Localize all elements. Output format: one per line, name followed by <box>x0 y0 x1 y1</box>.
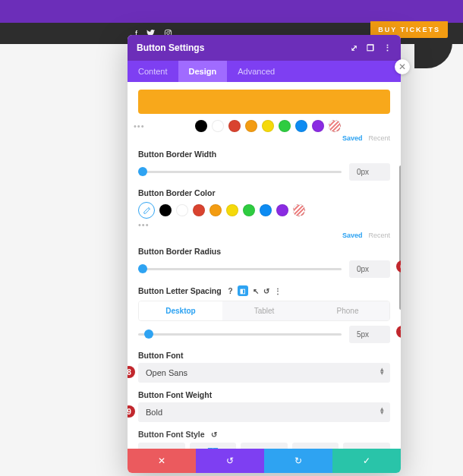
chevron-updown-icon: ▴▾ <box>380 367 384 375</box>
redo-button[interactable]: ↻ <box>264 449 332 473</box>
recent-swatches-tab[interactable]: Recent <box>368 232 390 239</box>
saved-swatches-tab[interactable]: Saved <box>342 134 363 142</box>
swatch-green[interactable] <box>243 204 255 216</box>
swatch-black[interactable] <box>159 204 172 216</box>
swatch-orange[interactable] <box>245 120 257 132</box>
tab-advanced[interactable]: Advanced <box>227 61 285 82</box>
svg-point-1 <box>167 31 170 34</box>
cancel-button[interactable]: ✕ <box>128 449 196 473</box>
swatch-yellow[interactable] <box>262 120 274 132</box>
device-tablet[interactable]: Tablet <box>222 301 306 320</box>
swatch-yellow[interactable] <box>226 204 238 216</box>
label-border-width: Button Border Width <box>138 150 390 159</box>
panel-title: Button Settings <box>137 43 204 53</box>
undo-button[interactable]: ↺ <box>196 449 264 473</box>
button-preview <box>138 90 390 114</box>
more-icon[interactable]: ⋮ <box>383 43 392 53</box>
more-swatches-icon[interactable]: ••• <box>138 220 390 229</box>
tab-content[interactable]: Content <box>128 61 178 82</box>
select-font[interactable]: Open Sans ▴▾ 8 <box>138 363 390 383</box>
label-font-weight: Button Font Weight <box>138 390 390 399</box>
swatch-transparent[interactable] <box>329 120 341 132</box>
style-strike[interactable]: S <box>343 443 390 449</box>
svg-point-2 <box>170 30 171 31</box>
swatch-purple[interactable] <box>312 120 324 132</box>
select-font-weight[interactable]: Bold ▴▾ 9 <box>138 402 390 422</box>
swatch-white[interactable] <box>212 120 224 132</box>
value-border-width[interactable]: 0px <box>349 163 390 181</box>
annotation-badge: 6 <box>396 260 401 273</box>
label-font: Button Font <box>138 351 390 360</box>
label-border-color: Button Border Color <box>138 188 390 197</box>
recent-swatches-tab[interactable]: Recent <box>368 134 390 142</box>
reset-icon[interactable]: ↺ <box>211 430 217 439</box>
slider-letter-spacing[interactable] <box>138 333 342 336</box>
saved-swatches-tab[interactable]: Saved <box>342 232 363 239</box>
label-border-radius: Button Border Radius <box>138 247 390 256</box>
label-font-style: Button Font Style ↺ <box>138 430 390 439</box>
style-underline[interactable]: U <box>292 443 339 449</box>
swatch-blue[interactable] <box>295 120 307 132</box>
swatch-red[interactable] <box>228 120 241 132</box>
swatch-transparent[interactable] <box>293 204 305 216</box>
color-swatches: ••• <box>138 120 390 132</box>
close-icon[interactable]: ✕ <box>395 59 410 74</box>
swatch-orange[interactable] <box>209 204 222 216</box>
annotation-badge: 8 <box>128 366 135 378</box>
slider-border-width[interactable] <box>138 171 342 173</box>
save-button[interactable]: ✓ <box>332 449 401 473</box>
responsive-icon[interactable]: ◧ <box>238 285 248 296</box>
swatch-white[interactable] <box>176 204 188 216</box>
eyedropper-icon[interactable] <box>138 202 155 219</box>
style-italic[interactable]: I <box>138 443 185 449</box>
device-phone[interactable]: Phone <box>306 301 389 320</box>
value-border-radius[interactable]: 0px <box>349 260 390 278</box>
style-titlecase[interactable]: Tт <box>241 443 288 449</box>
layout-icon[interactable]: ❐ <box>367 43 374 53</box>
help-icon[interactable]: ? <box>228 287 233 295</box>
hover-icon[interactable]: ↖ <box>253 287 259 295</box>
swatch-red[interactable] <box>193 204 205 216</box>
panel-header: Button Settings ⤢ ❐ ⋮ <box>128 35 401 61</box>
settings-scroll[interactable]: ••• Saved Recent Button Border Width 0px… <box>128 82 401 449</box>
swatch-blue[interactable] <box>260 204 272 216</box>
tab-design[interactable]: Design <box>178 61 228 82</box>
more-swatches-icon[interactable]: ••• <box>134 121 145 131</box>
device-desktop[interactable]: Desktop <box>139 301 222 320</box>
annotation-badge: 7 <box>396 326 401 338</box>
reset-icon[interactable]: ↺ <box>263 287 269 295</box>
settings-tabs: Content Design Advanced <box>128 61 401 82</box>
swatch-purple[interactable] <box>276 204 288 216</box>
value-letter-spacing[interactable]: 5px <box>349 326 390 343</box>
swatch-green[interactable] <box>279 120 291 132</box>
more-icon[interactable]: ⋮ <box>274 287 282 295</box>
button-settings-panel: Button Settings ⤢ ❐ ⋮ Content Design Adv… <box>128 35 401 473</box>
label-letter-spacing: Button Letter Spacing ? ◧ ↖ ↺ ⋮ <box>138 285 390 296</box>
footer-actions: ✕ ↺ ↻ ✓ <box>128 449 401 473</box>
annotation-badge: 9 <box>128 405 135 418</box>
device-tabs: Desktop Tablet Phone <box>138 301 390 321</box>
expand-icon[interactable]: ⤢ <box>351 43 357 53</box>
chevron-updown-icon: ▴▾ <box>380 407 384 415</box>
scrollbar[interactable] <box>399 165 401 310</box>
swatch-black[interactable] <box>195 120 207 132</box>
slider-border-radius[interactable] <box>138 268 342 270</box>
style-uppercase[interactable]: TT <box>190 443 237 449</box>
